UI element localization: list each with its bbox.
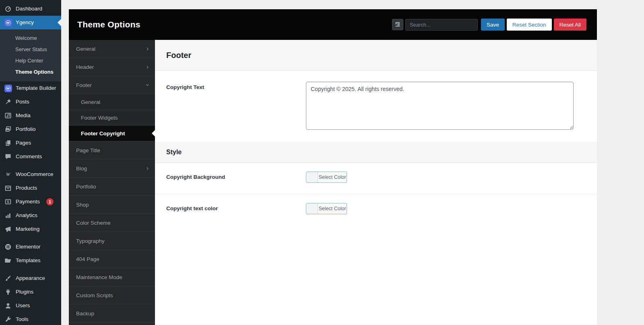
media-icon [4, 112, 12, 120]
options-nav-item-backup[interactable]: Backup [69, 304, 155, 323]
sidebar-item-label: Ygency [16, 19, 34, 27]
sidebar-item-label: Products [16, 184, 37, 192]
sidebar-item-label: Templates [16, 257, 41, 265]
options-nav-item-label: Typography [76, 238, 105, 244]
sidebar-item-tools[interactable]: Tools [0, 313, 61, 325]
sidebar-item-marketing[interactable]: Marketing [0, 222, 61, 236]
options-nav-item-label: Portfolio [76, 184, 96, 190]
options-nav-item-page-title[interactable]: Page Title [69, 141, 155, 159]
pushpin-icon [4, 98, 12, 106]
save-button[interactable]: Save [481, 19, 505, 31]
sidebar-item-templates[interactable]: Templates [0, 254, 61, 267]
sidebar-item-plugins[interactable]: Plugins [0, 285, 61, 299]
sidebar-item-ygency[interactable]: WYgency [0, 16, 61, 29]
options-nav-item-color-scheme[interactable]: Color Scheme [69, 214, 155, 232]
page-title: Theme Options [77, 20, 140, 29]
search-input[interactable] [405, 19, 478, 31]
options-nav-item-label: Header [76, 64, 94, 70]
user-icon [4, 302, 12, 310]
sidebar-item-dashboard[interactable]: Dashboard [0, 2, 61, 16]
payments-count-badge: 1 [46, 198, 54, 205]
sidebar-item-label: Payments [16, 198, 40, 206]
sidebar-item-analytics[interactable]: Analytics [0, 209, 61, 222]
options-nav-item-general[interactable]: General› [69, 40, 155, 58]
svg-text:W: W [6, 172, 11, 177]
submenu-item-server-status[interactable]: Server Status [0, 43, 61, 55]
reset-section-button[interactable]: Reset Section [507, 19, 552, 31]
pages-icon [4, 139, 12, 147]
chevron-right-icon: › [147, 46, 149, 52]
theme-options-panel: General›Header›Footer›GeneralFooter Widg… [69, 40, 597, 325]
options-nav-item-404-page[interactable]: 404 Page [69, 250, 155, 268]
sidebar-item-label: Analytics [16, 211, 37, 219]
sidebar-item-posts[interactable]: Posts [0, 95, 61, 109]
options-nav-item-footer-widgets[interactable]: Footer Widgets [69, 110, 155, 126]
sidebar-item-appearance[interactable]: Appearance [0, 271, 61, 285]
reset-all-button[interactable]: Reset All [554, 19, 586, 31]
options-nav-item-footer-copyright[interactable]: Footer Copyright [69, 126, 155, 141]
options-nav-item-custom-scripts[interactable]: Custom Scripts [69, 286, 155, 304]
section-title-text: Footer [166, 51, 191, 60]
color-swatch [306, 203, 318, 214]
sidebar-item-label: Appearance [16, 274, 45, 282]
options-nav-item-label: Blog [76, 166, 87, 172]
folder-icon [4, 257, 12, 265]
sidebar-item-label: Template Builder [16, 84, 56, 92]
template-builder-logo-icon: W [4, 84, 12, 92]
wrench-icon [4, 315, 12, 323]
sidebar-item-portfolio[interactable]: Portfolio [0, 122, 61, 136]
payments-icon: $ [4, 198, 12, 206]
sidebar-item-payments[interactable]: $Payments1 [0, 195, 61, 209]
options-nav-item-general[interactable]: General [69, 94, 155, 110]
sidebar-item-label: Elementor [16, 243, 41, 251]
elementor-icon [4, 243, 12, 251]
sidebar-item-pages[interactable]: Pages [0, 136, 61, 150]
sidebar-item-label: Pages [16, 139, 31, 147]
sidebar-item-comments[interactable]: Comments [0, 150, 61, 164]
options-nav-item-blog[interactable]: Blog› [69, 159, 155, 178]
options-nav-item-header[interactable]: Header› [69, 58, 155, 76]
options-nav-item-maintenance-mode[interactable]: Maintenance Mode [69, 268, 155, 286]
submenu-item-welcome[interactable]: Welcome [0, 32, 61, 43]
options-nav-item-label: Backup [76, 311, 94, 317]
sidebar-item-label: WooCommerce [16, 170, 54, 178]
dashboard-icon [4, 5, 12, 13]
copyright-text-color-picker-button[interactable]: Select Color [306, 203, 347, 214]
analytics-bars-icon [4, 211, 12, 219]
options-nav-item-label: General [76, 46, 95, 52]
copyright-text-textarea[interactable]: Copyright © 2025. All rights reserved. [306, 82, 574, 130]
options-nav-item-label: Page Title [76, 147, 100, 153]
options-nav-item-typography[interactable]: Typography [69, 232, 155, 250]
collapse-panel-button[interactable] [392, 19, 403, 30]
options-nav-item-label: Footer [76, 82, 92, 88]
submenu-item-help-center[interactable]: Help Center [0, 55, 61, 66]
options-nav: General›Header›Footer›GeneralFooter Widg… [69, 40, 155, 325]
copyright-background-color-picker-button[interactable]: Select Color [306, 172, 347, 183]
sidebar-item-label: Plugins [16, 288, 33, 296]
comment-icon [4, 153, 12, 161]
options-nav-item-label: Maintenance Mode [76, 274, 122, 280]
sidebar-item-products[interactable]: Products [0, 181, 61, 195]
options-nav-item-portfolio[interactable]: Portfolio [69, 178, 155, 196]
products-box-icon [4, 184, 12, 192]
sidebar-item-label: Users [16, 302, 30, 310]
theme-options-header: Theme Options Save Reset Section Reset A… [69, 9, 597, 40]
sidebar-item-label: Tools [16, 315, 29, 323]
header-controls: Save Reset Section Reset All [392, 19, 586, 31]
options-nav-item-label: Custom Scripts [76, 292, 113, 298]
sidebar-item-woocommerce[interactable]: WWooCommerce [0, 168, 61, 181]
submenu-item-theme-options[interactable]: Theme Options [0, 66, 61, 77]
plug-icon [4, 288, 12, 296]
sidebar-item-media[interactable]: Media [0, 109, 61, 122]
svg-text:$: $ [7, 200, 9, 204]
chevron-down-icon: › [144, 84, 151, 86]
options-nav-item-label: Shop [76, 202, 89, 208]
options-nav-item-footer[interactable]: Footer› [69, 76, 155, 94]
options-nav-item-shop[interactable]: Shop [69, 196, 155, 214]
sidebar-item-elementor[interactable]: Elementor [0, 240, 61, 254]
style-section-title-text: Style [166, 149, 182, 156]
chevron-right-icon: › [147, 165, 149, 172]
options-nav-item-label: Color Scheme [76, 220, 111, 226]
sidebar-item-template-builder[interactable]: WTemplate Builder [0, 81, 61, 95]
sidebar-item-users[interactable]: Users [0, 299, 61, 313]
